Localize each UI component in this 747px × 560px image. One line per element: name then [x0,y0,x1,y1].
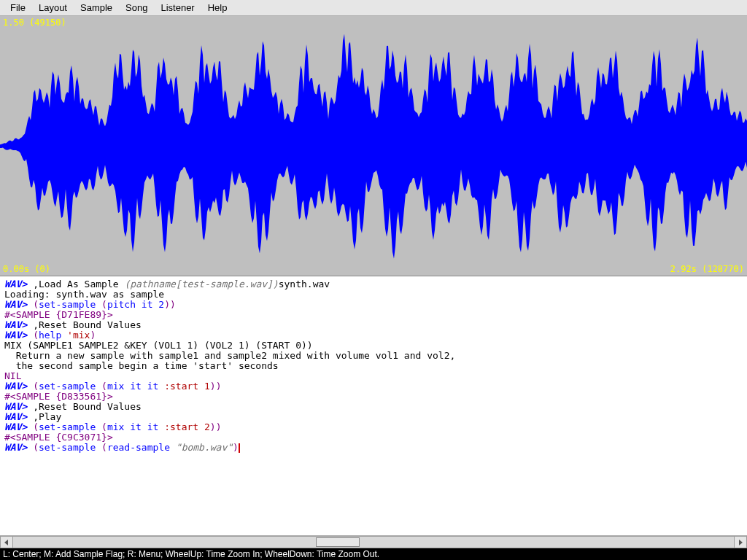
svg-marker-3 [739,540,743,545]
prompt: WAV> [4,330,33,341]
menu-bar: File Layout Sample Song Listener Help [0,0,747,16]
prompt: WAV> [4,279,33,289]
menu-layout[interactable]: Layout [33,1,73,15]
terminal-line: WAV> ,Load As Sample (pathname[test-samp… [4,279,743,289]
waveform-panel[interactable]: 1.50 (49150) 0.00s (0) 2.92s (128770) [0,16,747,276]
prompt: WAV> [4,299,33,310]
svg-marker-1 [0,34,747,259]
terminal-line: Loading: synth.wav as sample [4,289,743,300]
terminal-line: NIL [4,371,743,381]
prompt: WAV> [4,411,33,422]
terminal-line: #<SAMPLE {D833561}> [4,392,743,402]
status-bar: L: Center; M: Add Sample Flag; R: Menu; … [0,548,747,560]
terminal-line: #<SAMPLE {D71FE89}> [4,310,743,320]
terminal-line: WAV> (set-sample (pitch it 2)) [4,300,743,310]
terminal-line: WAV> ,Reset Bound Values [4,402,743,412]
prompt: WAV> [4,442,33,453]
terminal-line: WAV> ,Play [4,412,743,422]
status-text: L: Center; M: Add Sample Flag; R: Menu; … [3,549,379,559]
terminal-line: Return a new sample with sample1 and sam… [4,351,743,361]
prompt: WAV> [4,421,33,432]
horizontal-scrollbar[interactable] [0,535,747,548]
listener-terminal[interactable]: WAV> ,Load As Sample (pathname[test-samp… [0,276,747,535]
menu-file[interactable]: File [4,1,31,15]
waveform-canvas [0,16,747,276]
terminal-line: WAV> (help 'mix) [4,330,743,341]
svg-marker-2 [4,540,8,545]
prompt: WAV> [4,319,33,330]
menu-help[interactable]: Help [202,1,233,15]
terminal-line: WAV> ,Reset Bound Values [4,320,743,330]
terminal-line: WAV> (set-sample (mix it it :start 2)) [4,422,743,432]
terminal-line: the second sample begin a time 'start' s… [4,361,743,371]
terminal-line: #<SAMPLE {C9C3071}> [4,432,743,443]
menu-sample[interactable]: Sample [74,1,118,15]
scroll-track[interactable] [13,536,734,548]
prompt: WAV> [4,401,33,412]
terminal-line: MIX (SAMPLE1 SAMPLE2 &KEY (VOL1 1) (VOL2… [4,341,743,351]
scroll-right-arrow-icon[interactable] [734,536,747,548]
menu-listener[interactable]: Listener [155,1,200,15]
scroll-left-arrow-icon[interactable] [0,536,13,548]
terminal-line: WAV> (set-sample (mix it it :start 1)) [4,381,743,392]
menu-song[interactable]: Song [120,1,153,15]
scroll-thumb[interactable] [316,537,360,547]
prompt: WAV> [4,381,33,392]
terminal-line: WAV> (set-sample (read-sample "bomb.wav"… [4,443,743,453]
